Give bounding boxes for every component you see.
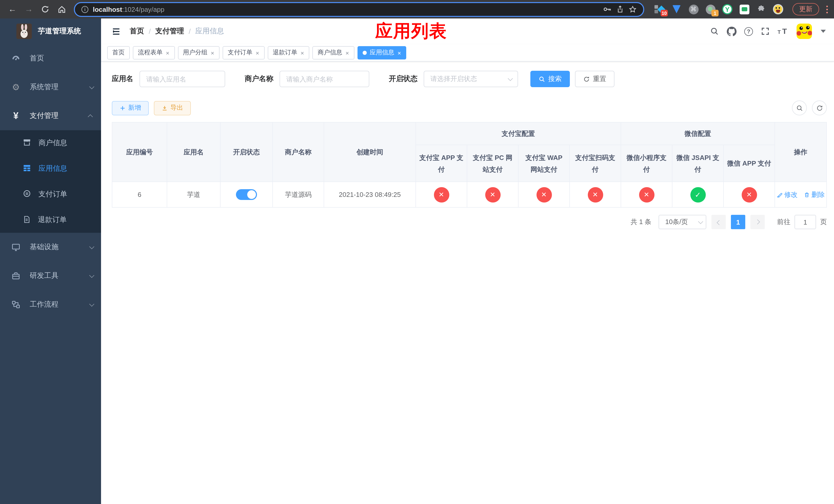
profile-avatar-icon[interactable] xyxy=(773,4,783,14)
tab-home[interactable]: 首页 xyxy=(107,46,130,59)
browser-forward-icon[interactable] xyxy=(22,2,36,17)
chevron-down-icon xyxy=(89,84,94,89)
tab-pay-order[interactable]: 支付订单 xyxy=(223,46,264,59)
col-actions: 操作 xyxy=(775,122,827,182)
svg-text:T: T xyxy=(782,27,787,36)
toggle-search-button[interactable] xyxy=(792,100,807,115)
sidebar-item-payment[interactable]: ¥ 支付管理 xyxy=(0,101,101,130)
close-icon[interactable] xyxy=(397,49,401,56)
chevron-down-icon xyxy=(89,273,94,278)
reset-button[interactable]: 重置 xyxy=(575,71,614,87)
browser-back-icon[interactable] xyxy=(5,2,20,17)
current-page-button[interactable]: 1 xyxy=(731,215,745,229)
user-avatar[interactable] xyxy=(796,24,812,39)
col-alipay-pc: 支付宝 PC 网站支付 xyxy=(467,145,518,182)
browser-update-button[interactable]: 更新 xyxy=(792,3,819,15)
cell-merchant: 芋道源码 xyxy=(272,182,324,207)
breadcrumb-home[interactable]: 首页 xyxy=(130,27,144,36)
app-name-input[interactable] xyxy=(139,71,225,87)
chevron-up-icon xyxy=(88,114,93,119)
extension-icon-5[interactable]: Y xyxy=(722,4,732,14)
header-search-icon[interactable] xyxy=(710,27,719,36)
alipay-app-status-icon xyxy=(434,187,449,202)
col-merchant: 商户名称 xyxy=(272,122,324,182)
table-row: 6 芋道 芋道源码 2021-10-23 08:49:25 xyxy=(112,182,827,207)
add-button[interactable]: 新增 xyxy=(112,101,149,115)
site-info-icon[interactable] xyxy=(81,5,89,13)
col-alipay-wap: 支付宝 WAP 网站支付 xyxy=(518,145,570,182)
extension-icon-1[interactable]: 10 xyxy=(655,4,665,14)
close-icon[interactable] xyxy=(300,49,304,56)
close-icon[interactable] xyxy=(211,49,214,56)
goto-suffix: 页 xyxy=(820,217,827,227)
close-icon[interactable] xyxy=(256,49,259,56)
extension-icon-2[interactable] xyxy=(672,4,682,14)
tab-refund-order[interactable]: 退款订单 xyxy=(267,46,309,59)
help-icon[interactable] xyxy=(744,27,753,36)
extensions-puzzle-icon[interactable] xyxy=(756,4,766,14)
sidebar-item-workflow[interactable]: 工作流程 xyxy=(0,290,101,319)
breadcrumb: 首页 / 支付管理 / 应用信息 xyxy=(130,27,224,36)
password-key-icon[interactable] xyxy=(603,5,612,14)
delete-link[interactable]: 删除 xyxy=(804,190,825,199)
status-toggle[interactable] xyxy=(236,189,257,200)
table-toolbar: 新增 导出 xyxy=(112,100,827,115)
breadcrumb-payment[interactable]: 支付管理 xyxy=(155,27,184,36)
sidebar-item-refund-order[interactable]: 退款订单 xyxy=(0,207,101,233)
col-alipay-qr: 支付宝扫码支付 xyxy=(570,145,621,182)
sidebar-item-dev-tools[interactable]: 研发工具 xyxy=(0,261,101,290)
extension-icon-4[interactable]: 1 xyxy=(705,4,716,14)
prev-page-button[interactable] xyxy=(711,215,726,229)
sidebar-item-app-info[interactable]: 应用信息 xyxy=(0,156,101,182)
search-form: 应用名 商户名称 开启状态 请选择开启状态 搜索 重置 xyxy=(112,71,827,87)
browser-menu-icon[interactable] xyxy=(825,4,829,14)
browser-home-icon[interactable] xyxy=(54,2,69,17)
status-select[interactable]: 请选择开启状态 xyxy=(424,71,518,87)
extensions-strip: 10 ⌘ 1 Y xyxy=(655,4,783,14)
export-button[interactable]: 导出 xyxy=(154,101,191,115)
edit-link[interactable]: 修改 xyxy=(776,190,797,199)
tab-user-group[interactable]: 用户分组 xyxy=(178,46,220,59)
sidebar-toggle-icon[interactable] xyxy=(107,23,125,40)
cell-status xyxy=(220,182,272,207)
chevron-down-icon xyxy=(508,76,513,81)
refresh-button[interactable] xyxy=(812,100,827,115)
extension-icon-3[interactable]: ⌘ xyxy=(688,4,699,14)
extension-icon-6[interactable] xyxy=(739,4,749,14)
tab-merchant-info[interactable]: 商户信息 xyxy=(312,46,354,59)
search-button[interactable]: 搜索 xyxy=(530,71,570,87)
share-icon[interactable] xyxy=(616,5,624,13)
goto-page-input[interactable] xyxy=(794,215,816,229)
next-page-button[interactable] xyxy=(750,215,765,229)
sidebar-item-system[interactable]: ⚙ 系统管理 xyxy=(0,73,101,101)
sidebar-item-home[interactable]: 首页 xyxy=(0,44,101,73)
tab-app-info[interactable]: 应用信息 xyxy=(357,46,406,59)
gear-icon: ⚙ xyxy=(10,83,22,92)
avatar-dropdown-caret[interactable] xyxy=(821,30,826,33)
app-name-label: 应用名 xyxy=(112,74,133,84)
github-icon[interactable] xyxy=(727,26,737,36)
font-size-icon[interactable]: TT xyxy=(777,27,789,36)
close-icon[interactable] xyxy=(345,49,349,56)
col-wechat-jsapi: 微信 JSAPI 支付 xyxy=(672,145,723,182)
sidebar-item-pay-order[interactable]: 支付订单 xyxy=(0,182,101,207)
fullscreen-icon[interactable] xyxy=(761,27,770,36)
extension-badge: 1 xyxy=(711,10,719,17)
breadcrumb-current: 应用信息 xyxy=(195,27,224,36)
merchant-name-input[interactable] xyxy=(280,71,369,87)
browser-reload-icon[interactable] xyxy=(38,2,52,17)
extension-badge: 10 xyxy=(661,10,668,17)
tab-process-form[interactable]: 流程表单 xyxy=(133,46,175,59)
sidebar-item-infrastructure[interactable]: 基础设施 xyxy=(0,233,101,261)
sidebar-item-merchant-info[interactable]: 商户信息 xyxy=(0,130,101,156)
order-icon xyxy=(23,189,31,200)
alipay-qr-status-icon xyxy=(588,187,603,202)
col-created: 创建时间 xyxy=(324,122,416,182)
address-bar[interactable]: localhost:1024/pay/app xyxy=(74,2,644,17)
page-size-select[interactable]: 10条/页 xyxy=(659,215,706,229)
url-text: localhost:1024/pay/app xyxy=(93,5,164,13)
page-title: 应用列表 xyxy=(375,20,447,43)
sidebar-logo[interactable]: 芋道管理系统 xyxy=(0,19,101,44)
close-icon[interactable] xyxy=(166,49,170,56)
bookmark-star-icon[interactable] xyxy=(628,5,637,14)
